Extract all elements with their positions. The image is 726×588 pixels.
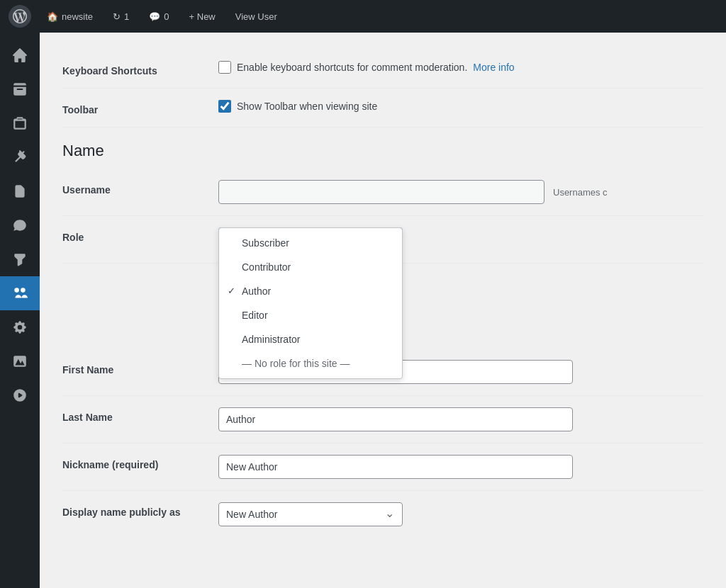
display-name-select[interactable]: New Author	[218, 502, 403, 526]
toolbar-label: Toolbar	[62, 100, 218, 115]
first-name-label: First Name	[62, 360, 218, 375]
site-name-button[interactable]: 🏠 newsite	[43, 9, 97, 25]
toolbar-checkbox-label: Show Toolbar when viewing site	[237, 101, 377, 112]
nickname-label: Nickname (required)	[62, 455, 218, 470]
last-name-control	[218, 407, 703, 431]
dropdown-item-editor[interactable]: Editor	[219, 303, 402, 327]
keyboard-shortcuts-checkbox-wrapper: Enable keyboard shortcuts for comment mo…	[218, 61, 515, 74]
comments-count: 0	[164, 11, 169, 22]
new-content-button[interactable]: + New	[185, 9, 220, 25]
username-hint: Usernames c	[553, 187, 608, 198]
comments-button[interactable]: 💬 0	[145, 9, 173, 25]
home-icon: 🏠	[47, 11, 58, 22]
sidebar-item-appearance[interactable]	[0, 72, 40, 106]
main-content: Keyboard Shortcuts Enable keyboard short…	[40, 33, 726, 588]
site-name: newsite	[62, 11, 93, 22]
username-input[interactable]	[218, 180, 544, 204]
keyboard-shortcuts-control: Enable keyboard shortcuts for comment mo…	[218, 61, 703, 74]
nickname-input[interactable]	[218, 455, 573, 479]
toolbar-row: Toolbar Show Toolbar when viewing site	[62, 89, 703, 128]
nickname-control	[218, 455, 703, 479]
toolbar-control: Show Toolbar when viewing site	[218, 100, 703, 113]
main-layout: Keyboard Shortcuts Enable keyboard short…	[0, 33, 726, 588]
keyboard-shortcuts-label: Keyboard Shortcuts	[62, 61, 218, 77]
view-user-button[interactable]: View User	[231, 9, 281, 25]
sidebar-item-comments[interactable]	[0, 208, 40, 242]
role-label: Role	[62, 227, 218, 243]
dropdown-item-subscriber[interactable]: Subscriber	[219, 231, 402, 255]
sidebar-item-media[interactable]	[0, 344, 40, 378]
sidebar	[0, 33, 40, 588]
keyboard-shortcuts-checkbox-label: Enable keyboard shortcuts for comment mo…	[237, 62, 467, 73]
last-name-row: Last Name	[62, 396, 703, 443]
dropdown-item-no-role[interactable]: — No role for this site —	[219, 351, 402, 375]
updates-icon: ↻	[113, 11, 121, 22]
last-name-label: Last Name	[62, 407, 218, 423]
display-name-label: Display name publicly as	[62, 502, 218, 518]
dropdown-item-author[interactable]: Author	[219, 279, 402, 303]
updates-count: 1	[124, 11, 129, 22]
admin-bar: 🏠 newsite ↻ 1 💬 0 + New View User	[0, 0, 726, 33]
display-name-select-wrapper: New Author	[218, 502, 403, 526]
role-control: Subscriber Contributor Author Editor Adm…	[218, 227, 703, 251]
toolbar-checkbox-wrapper: Show Toolbar when viewing site	[218, 100, 377, 113]
updates-button[interactable]: ↻ 1	[108, 9, 133, 25]
display-name-control: New Author	[218, 502, 703, 526]
sidebar-item-users[interactable]	[0, 276, 40, 310]
name-section-heading: Name	[62, 142, 703, 160]
role-row: Role Subscriber Contributor Author Edito…	[62, 216, 703, 264]
username-row: Username Usernames c	[62, 169, 703, 216]
username-control: Usernames c	[218, 180, 703, 204]
sidebar-item-settings[interactable]	[0, 310, 40, 344]
toolbar-checkbox[interactable]	[218, 100, 231, 113]
sidebar-item-tools2[interactable]	[0, 242, 40, 276]
dropdown-item-administrator[interactable]: Administrator	[219, 327, 402, 351]
keyboard-shortcuts-more-info[interactable]: More info	[473, 62, 514, 73]
new-label: + New	[189, 11, 216, 22]
view-user-label: View User	[235, 11, 277, 22]
display-name-row: Display name publicly as New Author	[62, 491, 703, 538]
sidebar-item-dashboard[interactable]	[0, 38, 40, 72]
dropdown-item-contributor[interactable]: Contributor	[219, 255, 402, 279]
username-label: Username	[62, 180, 218, 196]
last-name-input[interactable]	[218, 407, 573, 431]
comments-icon: 💬	[149, 11, 160, 22]
sidebar-item-pages[interactable]	[0, 174, 40, 208]
role-field-container: Subscriber Contributor Author Editor Adm…	[218, 227, 403, 251]
sidebar-item-plugins[interactable]	[0, 106, 40, 140]
role-dropdown-menu: Subscriber Contributor Author Editor Adm…	[218, 227, 403, 379]
wp-logo-button[interactable]	[9, 5, 31, 28]
sidebar-item-tools[interactable]	[0, 140, 40, 174]
nickname-row: Nickname (required)	[62, 443, 703, 491]
sidebar-item-play[interactable]	[0, 378, 40, 412]
keyboard-shortcuts-row: Keyboard Shortcuts Enable keyboard short…	[62, 50, 703, 89]
keyboard-shortcuts-checkbox[interactable]	[218, 61, 231, 74]
